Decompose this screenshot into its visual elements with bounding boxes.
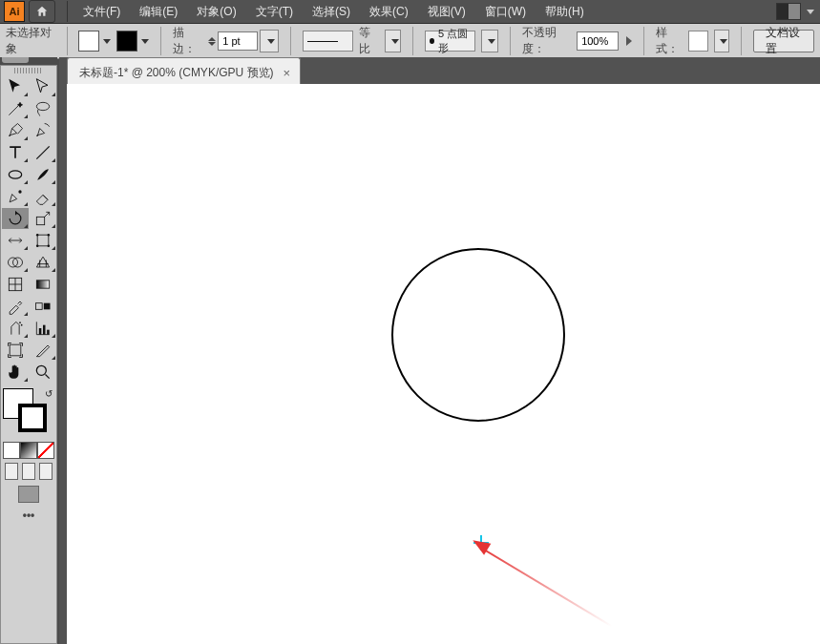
stroke-weight-stepper[interactable] <box>208 37 216 46</box>
zoom-tool[interactable] <box>30 362 56 383</box>
document-setup-button[interactable]: 文档设置 <box>753 30 814 52</box>
svg-rect-13 <box>36 303 43 310</box>
ellipse-tool[interactable] <box>2 164 29 185</box>
shaper-tool[interactable] <box>2 186 29 207</box>
menu-select[interactable]: 选择(S) <box>303 1 360 23</box>
rotate-tool[interactable] <box>2 208 29 229</box>
svg-rect-19 <box>47 330 49 335</box>
options-bar: 未选择对象 描边： 等比 5 点圆形 不透明度： 样式： 文档设置 <box>0 24 820 59</box>
opacity-flyout-icon[interactable] <box>626 36 632 46</box>
color-mode-row <box>1 440 56 461</box>
menu-view[interactable]: 视图(V) <box>418 1 475 23</box>
color-mode-gradient[interactable] <box>20 442 37 459</box>
draw-mode-row <box>1 461 56 482</box>
magic-wand-tool[interactable] <box>2 98 29 119</box>
blend-tool[interactable] <box>30 296 56 317</box>
toolbar-drag-grip[interactable] <box>14 68 43 73</box>
column-graph-tool[interactable] <box>30 318 56 339</box>
svg-point-0 <box>36 102 49 110</box>
toolbar-grip-icon[interactable] <box>2 57 29 63</box>
mesh-tool[interactable] <box>2 274 29 295</box>
slice-tool[interactable] <box>30 340 56 361</box>
annotation-arrow <box>479 546 634 548</box>
home-button[interactable] <box>29 0 55 23</box>
document-area: 未标题-1* @ 200% (CMYK/GPU 预览) × <box>59 57 820 644</box>
eraser-tool[interactable] <box>30 186 56 207</box>
stroke-weight-input[interactable] <box>218 31 258 51</box>
draw-normal[interactable] <box>5 463 18 480</box>
line-segment-tool[interactable] <box>30 142 56 163</box>
var-width-dropdown[interactable] <box>385 30 401 52</box>
menu-object[interactable]: 对象(O) <box>187 1 245 23</box>
brush-def[interactable]: 5 点圆形 <box>425 31 475 52</box>
svg-rect-4 <box>37 235 49 246</box>
svg-rect-3 <box>36 217 44 224</box>
color-mode-solid[interactable] <box>3 442 20 459</box>
pen-tool[interactable] <box>2 120 29 141</box>
svg-rect-17 <box>39 328 42 335</box>
menu-effect[interactable]: 效果(C) <box>360 1 418 23</box>
graphic-style-dropdown[interactable] <box>714 30 729 52</box>
menu-bar: Ai 文件(F) 编辑(E) 对象(O) 文字(T) 选择(S) 效果(C) 视… <box>0 0 820 24</box>
divider <box>290 27 291 55</box>
menu-edit[interactable]: 编辑(E) <box>130 1 187 23</box>
stroke-color-icon[interactable] <box>18 404 47 432</box>
no-selection-label: 未选择对象 <box>6 25 55 57</box>
selection-tool[interactable] <box>2 76 29 97</box>
circle-shape[interactable] <box>391 248 565 422</box>
stroke-swatch[interactable] <box>116 31 149 52</box>
uniform-label: 等比 <box>359 25 379 57</box>
perspective-grid-tool[interactable] <box>30 252 56 273</box>
svg-point-6 <box>48 234 51 237</box>
symbol-sprayer-tool[interactable] <box>2 318 29 339</box>
eyedropper-tool[interactable] <box>2 296 29 317</box>
stroke-weight-dropdown[interactable] <box>260 30 279 52</box>
opacity-input[interactable] <box>577 31 619 51</box>
workspace-switcher-icon[interactable] <box>776 3 801 20</box>
opacity-label: 不透明度： <box>522 25 572 57</box>
svg-point-21 <box>36 365 46 375</box>
svg-rect-20 <box>10 344 21 356</box>
width-tool[interactable] <box>2 230 29 251</box>
style-label: 样式： <box>656 25 683 57</box>
artboard-tool[interactable] <box>2 340 29 361</box>
swap-colors-icon[interactable]: ↺ <box>45 388 53 399</box>
gradient-tool[interactable] <box>30 274 56 295</box>
tab-strip: 未标题-1* @ 200% (CMYK/GPU 预览) × <box>67 61 820 84</box>
type-tool[interactable] <box>2 142 29 163</box>
menu-file[interactable]: 文件(F) <box>74 1 130 23</box>
shape-builder-tool[interactable] <box>2 252 29 273</box>
draw-inside[interactable] <box>39 463 53 480</box>
draw-behind[interactable] <box>22 463 35 480</box>
menu-text[interactable]: 文字(T) <box>246 1 303 23</box>
document-tab[interactable]: 未标题-1* @ 200% (CMYK/GPU 预览) × <box>67 57 301 84</box>
divider <box>160 27 161 55</box>
graphic-style-swatch[interactable] <box>688 31 708 52</box>
fill-swatch[interactable] <box>78 31 111 52</box>
tab-title: 未标题-1* @ 200% (CMYK/GPU 预览) <box>79 65 274 81</box>
hand-tool[interactable] <box>2 362 29 383</box>
var-width-profile[interactable] <box>303 31 353 52</box>
scale-tool[interactable] <box>30 208 56 229</box>
svg-point-7 <box>36 245 39 248</box>
curvature-tool[interactable] <box>30 120 56 141</box>
close-tab-icon[interactable]: × <box>284 66 291 80</box>
paintbrush-tool[interactable] <box>30 164 56 185</box>
menu-window[interactable]: 窗口(W) <box>475 1 536 23</box>
color-mode-none[interactable] <box>37 442 54 459</box>
lasso-tool[interactable] <box>30 98 56 119</box>
divider <box>67 27 68 55</box>
brush-dropdown[interactable] <box>481 30 497 52</box>
workspace-dropdown-icon[interactable] <box>807 10 814 14</box>
canvas[interactable] <box>67 84 820 644</box>
free-transform-tool[interactable] <box>30 230 56 251</box>
stroke-label: 描边： <box>173 25 202 57</box>
color-proxy[interactable]: ↺ <box>1 386 56 440</box>
svg-rect-12 <box>36 280 49 288</box>
screen-mode-button[interactable] <box>18 486 39 503</box>
divider <box>741 27 742 55</box>
direct-selection-tool[interactable] <box>30 76 56 97</box>
menu-help[interactable]: 帮助(H) <box>536 1 594 23</box>
edit-toolbar-icon[interactable]: ••• <box>1 507 56 524</box>
app-logo-icon: Ai <box>4 1 25 22</box>
